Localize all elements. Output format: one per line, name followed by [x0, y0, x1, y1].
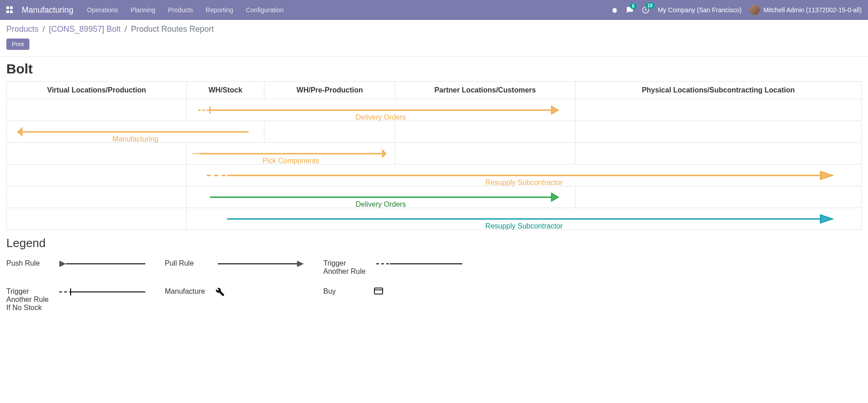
route-cell: [575, 186, 861, 208]
avatar: [750, 5, 760, 15]
legend-label: Manufacture: [165, 287, 210, 296]
legend: Legend Push RulePull RuleTriggerAnother …: [6, 230, 862, 318]
route-cell: Pick Components: [187, 143, 395, 165]
report: Bolt Virtual Locations/Production WH/Sto…: [0, 57, 868, 332]
route-label: Delivery Orders: [187, 200, 575, 209]
nav-menu-planning[interactable]: Planning: [131, 6, 156, 14]
route-cell: [575, 121, 861, 143]
route-cell: Delivery Orders: [187, 99, 575, 121]
breadcrumb-sep: /: [125, 24, 127, 34]
messages-icon[interactable]: 6: [626, 6, 633, 14]
legend-item: Manufacture: [165, 287, 319, 312]
legend-item: Buy: [323, 287, 477, 312]
legend-label: Push Rule: [6, 259, 52, 267]
legend-item: TriggerAnother RuleIf No Stock: [6, 287, 160, 312]
route-cell: [7, 186, 187, 208]
route-cell: [395, 121, 575, 143]
breadcrumb-products[interactable]: Products: [6, 24, 38, 34]
print-button[interactable]: Print: [6, 39, 29, 50]
route-row: Delivery Orders: [7, 99, 862, 121]
user-name: Mitchell Admin (11372002-15-0-all): [763, 6, 862, 14]
legend-item: TriggerAnother Rule: [323, 259, 477, 276]
user-menu[interactable]: Mitchell Admin (11372002-15-0-all): [750, 5, 862, 15]
route-cell: Resupply Subcontractor: [187, 165, 862, 186]
route-cell: [395, 143, 575, 165]
route-row: Manufacturing: [7, 121, 862, 143]
col-header: Partner Locations/Customers: [395, 82, 575, 99]
legend-glyph: [57, 287, 148, 298]
route-row: Resupply Subcontractor: [7, 208, 862, 230]
nav-menu-reporting[interactable]: Reporting: [206, 6, 233, 14]
legend-label: Buy: [323, 287, 369, 296]
route-cell: [7, 99, 187, 121]
legend-label: TriggerAnother RuleIf No Stock: [6, 287, 52, 312]
legend-glyph: [216, 259, 306, 270]
route-cell: Delivery Orders: [187, 186, 575, 208]
breadcrumb-sep: /: [43, 24, 45, 34]
legend-label: TriggerAnother Rule: [323, 259, 369, 276]
legend-glyph: [374, 287, 383, 296]
col-header: WH/Pre-Production: [264, 82, 395, 99]
breadcrumb-product[interactable]: [CONS_89957] Bolt: [49, 24, 120, 34]
page-title: Bolt: [6, 61, 862, 77]
legend-item: Push Rule: [6, 259, 160, 276]
route-cell: [7, 208, 187, 230]
navbar: Manufacturing Operations Planning Produc…: [0, 0, 868, 20]
company-selector[interactable]: My Company (San Francisco): [658, 6, 742, 14]
route-label: Manufacturing: [7, 135, 264, 143]
debug-icon[interactable]: [611, 7, 618, 14]
nav-menu-operations[interactable]: Operations: [87, 6, 118, 14]
legend-glyph: [374, 259, 465, 270]
legend-glyph: [216, 287, 225, 298]
activities-icon[interactable]: 19: [642, 6, 650, 14]
legend-label: Pull Rule: [165, 259, 210, 267]
route-label: Resupply Subcontractor: [187, 179, 861, 187]
route-cell: [575, 143, 861, 165]
route-cell: Manufacturing: [7, 121, 264, 143]
col-header: Virtual Locations/Production: [7, 82, 187, 99]
route-cell: [7, 165, 187, 186]
route-cell: [575, 99, 861, 121]
route-cell: [264, 121, 395, 143]
nav-right: 6 19 My Company (San Francisco) Mitchell…: [611, 5, 862, 15]
route-label: Pick Components: [187, 157, 395, 165]
app-brand[interactable]: Manufacturing: [22, 5, 73, 15]
breadcrumb-current: Product Routes Report: [131, 24, 214, 34]
messages-badge: 6: [630, 3, 637, 9]
control-panel: Products / [CONS_89957] Bolt / Product R…: [0, 20, 868, 57]
nav-menu-configuration[interactable]: Configuration: [246, 6, 283, 14]
route-label: Resupply Subcontractor: [187, 222, 861, 230]
col-header: WH/Stock: [187, 82, 264, 99]
route-row: Resupply Subcontractor: [7, 165, 862, 186]
activities-badge: 19: [645, 3, 655, 9]
svg-rect-18: [374, 288, 383, 294]
breadcrumb: Products / [CONS_89957] Bolt / Product R…: [6, 24, 862, 34]
nav-menu-products[interactable]: Products: [168, 6, 193, 14]
route-cell: Resupply Subcontractor: [187, 208, 862, 230]
routes-table: Virtual Locations/Production WH/Stock WH…: [6, 81, 862, 230]
legend-title: Legend: [6, 236, 855, 250]
col-header: Physical Locations/Subcontracting Locati…: [575, 82, 861, 99]
nav-menu: Operations Planning Products Reporting C…: [87, 6, 283, 14]
route-row: Pick Components: [7, 143, 862, 165]
legend-item: Pull Rule: [165, 259, 319, 276]
apps-icon[interactable]: [6, 6, 14, 14]
route-label: Delivery Orders: [187, 113, 575, 121]
route-row: Delivery Orders: [7, 186, 862, 208]
legend-glyph: [57, 259, 148, 270]
route-cell: [7, 143, 187, 165]
